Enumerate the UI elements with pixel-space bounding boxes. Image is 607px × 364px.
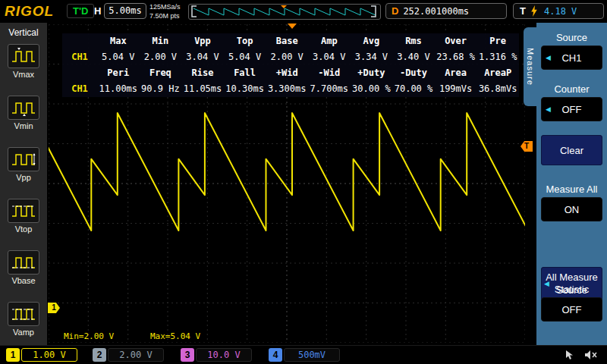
- measure-item-vbase[interactable]: Vbase: [0, 250, 47, 285]
- menu-item-title: Statistic: [541, 284, 602, 295]
- channel-3-number: 3: [181, 348, 194, 362]
- measure-item-vmax[interactable]: Vmax: [0, 44, 47, 79]
- menu-item-measure-all: Measure All ON: [541, 184, 602, 221]
- measure-item-label: Vmax: [0, 70, 47, 79]
- trigger-readout: T 4.18 V: [513, 3, 604, 19]
- vmin-icon: [11, 99, 36, 117]
- sample-rate: 125MSa/s: [149, 2, 181, 11]
- measure-all-value-button[interactable]: ON: [541, 197, 602, 221]
- trigger-position-marker-icon[interactable]: [288, 24, 297, 29]
- clear-button-label: Clear: [560, 145, 583, 156]
- measure-table-header: Area: [435, 65, 477, 81]
- measure-table-value: 3.40 V: [392, 49, 435, 65]
- measure-table-value: 199mVs: [435, 81, 477, 97]
- waveform-display-area: MaxMinVppTopBaseAmpAvgRmsOverPreCH15.04 …: [47, 23, 536, 345]
- measure-table-corner: [62, 33, 97, 49]
- source-value-button[interactable]: ◀ CH1: [541, 46, 602, 70]
- trigger-label: T: [520, 5, 526, 17]
- counter-value: OFF: [562, 104, 582, 115]
- vpp-icon: [11, 150, 36, 168]
- right-menu-sidebar: Source ◀ CH1 Counter ◀ OFF Clear Measure…: [536, 23, 607, 345]
- measure-table-value: 90.9 Hz: [140, 81, 182, 97]
- counter-value-button[interactable]: ◀ OFF: [541, 97, 602, 121]
- trigger-level-value: 4.18 V: [544, 6, 577, 17]
- measure-table-value: 11.00ms: [97, 81, 140, 97]
- delay-value: 252.001000ms: [403, 6, 469, 17]
- horizontal-label: H: [94, 5, 101, 17]
- measure-item-label: Vpp: [0, 173, 47, 182]
- measure-table-header: -Duty: [392, 65, 435, 81]
- measure-table-header: Avg: [351, 33, 393, 49]
- measure-item-label: Vamp: [0, 328, 47, 337]
- clear-button[interactable]: Clear: [541, 135, 602, 165]
- measure-table-header: +Wid: [266, 65, 308, 81]
- measure-item-vamp[interactable]: Vamp: [0, 302, 47, 337]
- measure-table-header: Fall: [224, 65, 266, 81]
- measure-table-header: Max: [97, 33, 140, 49]
- measure-table-value: 3.04 V: [181, 49, 224, 65]
- acquisition-info: 125MSa/s 7.50M pts: [149, 2, 181, 20]
- channel-1-button[interactable]: 1 1.00 V: [6, 348, 77, 362]
- measure-table-value: 7.700ms: [308, 81, 351, 97]
- measure-item-vpp[interactable]: Vpp: [0, 147, 47, 182]
- measure-table-header: Top: [224, 33, 266, 49]
- trigger-edge-icon: [530, 5, 538, 17]
- measure-table-value: 23.68 %: [435, 49, 477, 65]
- all-measure-source-label-line1: All Measure: [546, 271, 598, 284]
- measure-table-value: 5.04 V: [97, 49, 140, 65]
- menu-item-title: Measure All: [541, 184, 602, 195]
- channel-2-number: 2: [93, 348, 106, 362]
- measure-item-label: Vmin: [0, 121, 47, 130]
- measure-table: MaxMinVppTopBaseAmpAvgRmsOverPreCH15.04 …: [62, 33, 519, 97]
- measure-item-vmin[interactable]: Vmin: [0, 96, 47, 130]
- vbase-icon: [11, 253, 36, 271]
- measure-table-channel: CH1: [62, 81, 97, 97]
- channel-1-number: 1: [6, 348, 20, 362]
- status-icons: [565, 350, 598, 360]
- channel-2-button[interactable]: 2 2.00 V: [93, 348, 164, 362]
- delay-label: D: [392, 5, 398, 17]
- speaker-muted-icon: [584, 350, 598, 360]
- measure-table-value: 3.04 V: [308, 49, 351, 65]
- menu-item-title: Source: [541, 32, 602, 43]
- measure-table-value: 10.30ms: [224, 81, 266, 97]
- top-status-bar: RIGOL T'D H 5.00ms 125MSa/s 7.50M pts D …: [0, 0, 607, 24]
- measure-table-value: 3.300ms: [266, 81, 308, 97]
- measure-table-header: Rms: [392, 33, 435, 49]
- measure-item-label: Vtop: [0, 224, 47, 234]
- measure-table-header: Amp: [308, 33, 351, 49]
- pointer-icon: [565, 350, 575, 360]
- measure-table-value: 30.00 %: [351, 81, 393, 97]
- channel-3-button[interactable]: 3 10.0 V: [181, 348, 252, 362]
- source-value: CH1: [561, 52, 581, 64]
- measure-menu-tab[interactable]: Measure: [524, 27, 536, 106]
- menu-item-counter: Counter ◀ OFF: [541, 83, 602, 121]
- channel-4-button[interactable]: 4 500mV: [269, 348, 340, 362]
- timebase-readout: 5.00ms: [104, 3, 146, 19]
- channel-1-scale: 1.00 V: [21, 348, 77, 362]
- measure-table-value: 5.04 V: [224, 49, 266, 65]
- channel-4-scale: 500mV: [284, 348, 340, 362]
- menu-item-statistic: Statistic OFF: [541, 284, 602, 322]
- left-measure-sidebar: Vertical Vmax Vmin Vpp Vtop: [0, 23, 48, 345]
- measure-table-value: 36.8mVs: [476, 81, 519, 97]
- memory-depth: 7.50M pts: [149, 11, 181, 20]
- measure-table-value: 1.316 %: [476, 49, 519, 65]
- measure-table-header: Min: [140, 33, 182, 49]
- measure-table-header: Base: [266, 33, 308, 49]
- oscilloscope-screen: RIGOL T'D H 5.00ms 125MSa/s 7.50M pts D …: [0, 0, 607, 364]
- measure-table-header: Vpp: [181, 33, 224, 49]
- measure-table-header: Over: [435, 33, 477, 49]
- channel-3-scale: 10.0 V: [196, 348, 252, 362]
- measure-table-header: Freq: [140, 65, 182, 81]
- vmax-icon: [11, 47, 36, 65]
- trigger-status-badge: T'D: [67, 4, 94, 18]
- measure-table-channel: CH1: [62, 49, 97, 65]
- measure-table-header: Rise: [181, 65, 224, 81]
- min-readout: Min=2.00 V: [64, 331, 114, 341]
- measure-table-header: Pre: [476, 33, 519, 49]
- statistic-value-button[interactable]: OFF: [541, 297, 602, 322]
- measure-table-header: -Wid: [308, 65, 351, 81]
- measure-item-vtop[interactable]: Vtop: [0, 199, 47, 234]
- menu-item-source: Source ◀ CH1: [541, 32, 602, 70]
